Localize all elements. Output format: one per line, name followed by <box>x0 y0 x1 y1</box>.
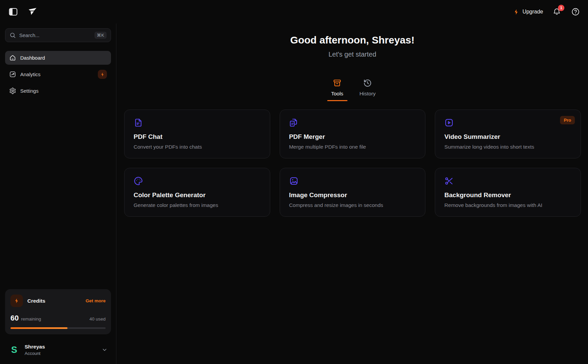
tab-history[interactable]: History <box>358 79 378 101</box>
upgrade-label: Upgrade <box>523 9 543 15</box>
notification-count-badge: 1 <box>558 5 564 11</box>
sidebar-item-label: Dashboard <box>20 55 45 61</box>
sidebar-item-settings[interactable]: Settings <box>5 84 111 98</box>
sidebar-nav: Dashboard Analytics <box>5 51 111 98</box>
search-icon <box>9 32 16 38</box>
help-button[interactable] <box>570 7 581 17</box>
file-text-icon <box>134 118 261 127</box>
credits-used-label: 40 used <box>89 316 106 322</box>
tool-title: PDF Merger <box>289 133 416 141</box>
topbar: Upgrade 1 <box>0 0 588 24</box>
gear-icon <box>9 87 16 94</box>
panel-left-icon <box>8 7 18 17</box>
upgrade-button[interactable]: Upgrade <box>513 9 543 15</box>
credits-progress-fill <box>10 327 67 329</box>
sidebar-item-analytics[interactable]: Analytics <box>5 67 111 81</box>
sidebar-item-dashboard[interactable]: Dashboard <box>5 51 111 65</box>
tab-tools[interactable]: Tools <box>327 79 347 101</box>
credits-remaining-label: remaining <box>21 316 41 322</box>
user-role: Account <box>25 351 45 356</box>
tool-title: PDF Chat <box>134 133 261 141</box>
tool-description: Generate color palettes from images <box>134 202 261 208</box>
main-content: Good afternoon, Shreyas! Let's get start… <box>117 24 588 364</box>
analytics-icon <box>9 71 16 78</box>
credits-bolt-tile <box>10 295 23 307</box>
get-more-link[interactable]: Get more <box>86 298 106 303</box>
tool-description: Summarize long videos into short texts <box>444 144 571 150</box>
archive-box-icon <box>333 79 342 88</box>
credits-title: Credits <box>27 298 45 304</box>
tool-card-video-summarizer[interactable]: Pro Video Summarizer Summarize long vide… <box>435 110 581 158</box>
credits-remaining-value: 60 <box>10 314 19 323</box>
tool-card-pdf-merger[interactable]: PDF Merger Merge multiple PDFs into one … <box>280 110 426 158</box>
tab-bar: Tools History <box>117 79 588 101</box>
tool-description: Remove backgrounds from images with AI <box>444 202 571 208</box>
page-title: Good afternoon, Shreyas! <box>117 34 588 46</box>
help-circle-icon <box>571 7 580 16</box>
sidebar-toggle-button[interactable] <box>7 6 19 18</box>
sidebar-item-label: Settings <box>20 88 38 94</box>
credits-card: Credits Get more 60 remaining 40 used <box>5 289 111 334</box>
lightning-bolt-icon <box>100 72 105 77</box>
lightning-bolt-icon <box>513 9 520 15</box>
notifications-button[interactable]: 1 <box>552 7 562 17</box>
pro-badge: Pro <box>560 116 575 124</box>
search-shortcut-badge: ⌘K <box>94 32 107 39</box>
page-subtitle: Let's get started <box>117 51 588 58</box>
palette-icon <box>134 176 261 186</box>
lightning-bolt-icon <box>14 298 20 304</box>
tab-label: Tools <box>331 91 343 97</box>
tools-grid: PDF Chat Convert your PDFs into chats PD… <box>124 110 581 217</box>
video-play-icon <box>444 118 571 127</box>
tool-title: Color Palette Generator <box>134 191 261 199</box>
tool-description: Merge multiple PDFs into one file <box>289 144 416 150</box>
sidebar-item-label: Analytics <box>20 71 40 77</box>
tool-card-background-remover[interactable]: Background Remover Remove backgrounds fr… <box>435 168 581 217</box>
tool-card-image-compressor[interactable]: Image Compressor Compress and resize ima… <box>280 168 426 217</box>
account-menu-button[interactable]: S Shreyas Account <box>5 341 111 359</box>
history-clock-icon <box>363 79 372 88</box>
search-box[interactable]: ⌘K <box>5 28 111 42</box>
search-input[interactable] <box>19 32 91 38</box>
user-name: Shreyas <box>25 344 45 350</box>
chevron-down-icon <box>102 347 108 353</box>
sidebar: ⌘K Dashboard Analytics <box>0 24 116 364</box>
image-icon <box>289 176 416 186</box>
files-copy-icon <box>289 118 416 127</box>
tool-title: Image Compressor <box>289 191 416 199</box>
scissors-icon <box>444 176 571 186</box>
analytics-pro-badge <box>98 70 107 79</box>
credits-progress-track <box>10 327 106 329</box>
tool-description: Convert your PDFs into chats <box>134 144 261 150</box>
tab-label: History <box>359 91 375 97</box>
avatar: S <box>8 344 20 356</box>
app-logo-icon <box>27 6 38 17</box>
home-icon <box>9 54 16 61</box>
tool-title: Video Summarizer <box>444 133 571 141</box>
tool-description: Compress and resize images in seconds <box>289 202 416 208</box>
tool-card-pdf-chat[interactable]: PDF Chat Convert your PDFs into chats <box>124 110 270 158</box>
tool-card-color-palette-generator[interactable]: Color Palette Generator Generate color p… <box>124 168 270 217</box>
tool-title: Background Remover <box>444 191 571 199</box>
